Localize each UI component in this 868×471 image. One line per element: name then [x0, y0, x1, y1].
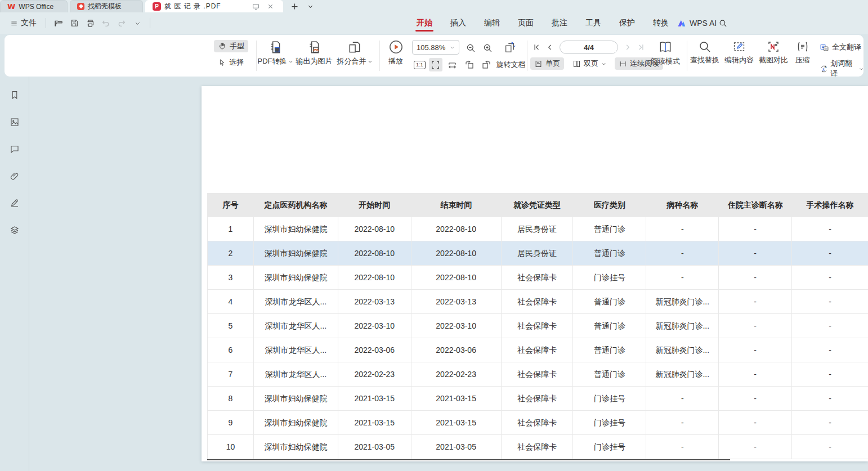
redo-button[interactable]	[115, 16, 128, 30]
fit-width-icon	[448, 60, 457, 70]
table-cell: 门诊挂号	[573, 387, 646, 411]
signature-pen-icon	[10, 198, 20, 208]
table-cell: -	[792, 362, 868, 387]
table-cell: -	[646, 217, 719, 241]
continuous-read-icon	[619, 60, 627, 68]
table-row: 1深圳市妇幼保健院2022-08-102022-08-10居民身份证普通门诊--…	[208, 217, 868, 241]
play-button[interactable]: 播放	[387, 39, 404, 66]
table-cell: 普通门诊	[573, 362, 646, 387]
menu-tools[interactable]: 工具	[585, 14, 601, 33]
svg-text:W: W	[275, 48, 279, 52]
actual-size-button[interactable]: 1:1	[414, 61, 426, 69]
last-page-button[interactable]	[637, 43, 645, 51]
select-tool-button[interactable]: 选择	[214, 56, 248, 69]
prev-page-button[interactable]	[546, 43, 554, 51]
layers-panel-button[interactable]	[7, 223, 22, 237]
table-cell: 居民身份证	[502, 241, 574, 266]
export-image-icon	[307, 40, 321, 55]
rotate-left-button[interactable]	[463, 58, 476, 71]
table-cell: 2022-08-10	[411, 266, 502, 290]
new-tab-icon[interactable]	[289, 1, 300, 12]
table-cell: 2022-08-10	[338, 266, 411, 290]
table-cell: -	[719, 387, 792, 411]
first-page-button[interactable]	[533, 43, 540, 51]
table-row: 5深圳市龙华区人...2022-03-102022-03-10社会保障卡普通门诊…	[208, 314, 868, 338]
chevron-down-icon	[601, 61, 606, 66]
page-organize-button[interactable]	[503, 41, 517, 54]
fit-width-button[interactable]	[446, 58, 459, 71]
split-merge-button[interactable]: 拆分合并	[337, 40, 373, 66]
thumbnails-panel-button[interactable]	[7, 115, 22, 129]
table-cell: -	[719, 338, 792, 362]
single-page-button[interactable]: 单页	[530, 57, 564, 70]
find-replace-button[interactable]: 查找替换	[689, 40, 721, 65]
menu-edit[interactable]: 编辑	[484, 14, 500, 33]
table-cell: -	[719, 217, 792, 241]
next-page-button[interactable]	[624, 43, 632, 51]
full-translate-button[interactable]: A文 全文翻译	[820, 42, 861, 52]
table-cell: 7	[208, 362, 254, 387]
zoom-in-button[interactable]	[481, 41, 494, 55]
document-title: 就 医 记 录 .PDF	[164, 2, 221, 11]
column-header: 序号	[208, 193, 254, 217]
bookmarks-panel-button[interactable]	[7, 88, 22, 102]
table-cell: 8	[208, 387, 254, 411]
table-cell: -	[719, 241, 792, 266]
word-translate-button[interactable]: 文A 划词翻译	[820, 59, 863, 79]
menu-search-button[interactable]	[716, 16, 730, 30]
table-cell: 2022-03-06	[411, 338, 502, 362]
pdf-page[interactable]: 序号定点医药机构名称开始时间结束时间就诊凭证类型医疗类别病种名称住院主诊断名称手…	[202, 86, 868, 461]
tab-list-chevron-icon[interactable]	[305, 1, 316, 12]
attachments-panel-button[interactable]	[7, 169, 22, 183]
export-image-button[interactable]: 输出为图片	[294, 40, 334, 66]
menu-convert[interactable]: 转换	[653, 14, 669, 33]
table-cell: 2022-08-10	[411, 217, 502, 241]
table-cell: 2021-03-15	[411, 411, 502, 435]
close-tab-icon[interactable]	[265, 1, 276, 12]
page-indicator-input[interactable]: 4/4	[560, 41, 618, 54]
rotate-right-icon	[481, 60, 491, 70]
signature-panel-button[interactable]	[7, 196, 22, 210]
read-mode-button[interactable]: 阅读模式	[648, 40, 682, 66]
column-header: 住院主诊断名称	[719, 193, 792, 217]
divider	[150, 18, 150, 28]
table-cell: 2021-03-05	[411, 435, 502, 459]
zoom-out-button[interactable]	[464, 41, 477, 55]
menu-home[interactable]: 开始	[417, 14, 432, 33]
comments-panel-button[interactable]	[7, 142, 22, 156]
double-page-button[interactable]: 双页	[569, 57, 610, 70]
tab-wps-office[interactable]: W WPS Office	[0, 0, 68, 12]
save-button[interactable]	[68, 16, 81, 30]
tab-label: 找稻壳模板	[88, 2, 122, 11]
hand-tool-button[interactable]: 手型	[214, 40, 248, 52]
open-file-button[interactable]	[52, 16, 65, 30]
rotate-right-button[interactable]	[480, 58, 493, 71]
table-cell: 2021-03-15	[338, 387, 411, 411]
menu-page[interactable]: 页面	[518, 14, 534, 33]
menu-comment[interactable]: 批注	[552, 14, 567, 33]
zoom-level-select[interactable]: 105.88%	[412, 40, 459, 55]
eye-protect-icon[interactable]	[250, 1, 261, 12]
table-cell: -	[719, 290, 792, 314]
edit-content-button[interactable]: 编辑内容	[723, 40, 755, 65]
undo-button[interactable]	[99, 16, 113, 30]
screenshot-compare-button[interactable]: 截图对比	[758, 40, 789, 65]
tab-docer-templates[interactable]: 找稻壳模板	[70, 0, 143, 12]
pdf-convert-button[interactable]: W PDF转换	[259, 40, 292, 66]
print-button[interactable]	[83, 16, 97, 30]
tab-document-active[interactable]: P 就 医 记 录 .PDF	[145, 0, 283, 12]
table-cell: 深圳市妇幼保健院	[254, 411, 338, 435]
rotate-doc-label[interactable]: 旋转文档	[496, 60, 526, 70]
table-row: 7深圳市龙华区人...2022-02-232022-02-23社会保障卡普通门诊…	[208, 362, 868, 387]
table-cell: -	[719, 435, 792, 459]
menu-protect[interactable]: 保护	[619, 14, 635, 33]
compress-button[interactable]: 压缩	[792, 40, 813, 65]
wps-ai-button[interactable]: WPS AI	[677, 12, 717, 34]
file-menu-button[interactable]: 文件	[7, 16, 40, 30]
document-area: 序号定点医药机构名称开始时间结束时间就诊凭证类型医疗类别病种名称住院主诊断名称手…	[0, 77, 868, 471]
menu-insert[interactable]: 插入	[450, 14, 466, 33]
file-menu-label: 文件	[21, 18, 37, 28]
sidebar-rail	[0, 77, 29, 471]
fit-page-button[interactable]	[429, 58, 442, 71]
quick-toolbar-chevron-icon[interactable]	[131, 16, 144, 30]
